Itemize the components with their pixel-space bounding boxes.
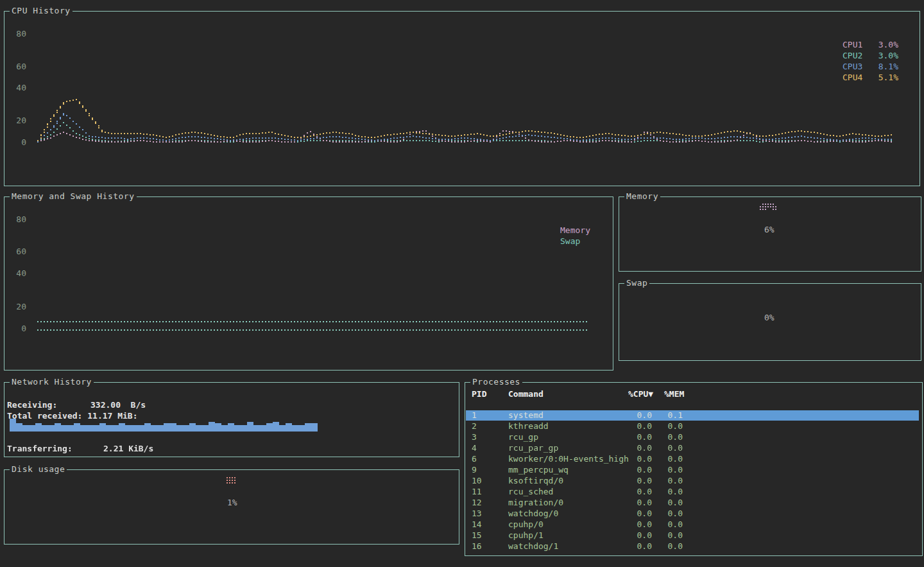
process-cell-cmd: kworker/0:0H-events_high [508,454,629,464]
process-cell-pid: 11 [472,487,482,497]
process-cell-cpu: 0.0 [613,541,652,552]
process-cell-pid: 10 [472,476,482,486]
column-header-command[interactable]: Command [508,389,543,399]
transferring-value: 2.21 KiB/s [103,444,153,453]
process-cell-cmd: rcu_par_gp [508,443,558,453]
process-cell-mem: 0.0 [652,487,683,497]
process-cell-cmd: mm_percpu_wq [508,465,569,475]
process-cell-pid: 9 [472,465,477,475]
process-cell-pid: 6 [472,454,477,464]
process-row[interactable]: 11rcu_sched0.00.0 [466,487,919,497]
transferring-label: Transferring: [7,444,73,453]
processes-panel: Processes PID Command %CPU▼ %MEM 1system… [465,382,923,556]
memory-gauge-panel: Memory 6% [619,196,921,272]
disk-usage-title: Disk usage [10,464,67,474]
column-header-cpu-sorted[interactable]: %CPU▼ [628,389,653,399]
process-cell-cpu: 0.0 [613,421,652,432]
process-row[interactable]: 13watchdog/00.00.0 [466,509,919,519]
process-cell-mem: 0.0 [652,476,683,486]
swap-gauge-panel: Swap 0% [619,283,921,361]
process-cell-cpu: 0.0 [613,487,652,497]
memswap-history-panel: Memory and Swap History 80 60 40 20 0 Me… [4,196,613,371]
process-cell-mem: 0.0 [652,530,683,541]
process-row[interactable]: 10ksoftirqd/00.00.0 [466,476,919,486]
process-cell-pid: 4 [472,443,477,453]
process-cell-mem: 0.0 [652,443,683,453]
process-cell-cmd: cpuhp/1 [508,530,543,541]
process-cell-cmd: kthreadd [508,421,549,432]
swap-gauge-title: Swap [624,278,649,288]
process-cell-cmd: rcu_sched [508,487,553,497]
memswap-history-chart [4,197,613,370]
process-cell-cmd: rcu_gp [508,432,538,442]
memory-gauge-title: Memory [624,191,660,201]
memory-gauge-value: 6% [764,225,774,234]
process-cell-pid: 3 [472,432,477,442]
process-cell-cpu: 0.0 [613,410,652,421]
process-cell-pid: 14 [472,519,482,530]
process-row[interactable]: 9mm_percpu_wq0.00.0 [466,465,919,475]
process-cell-cmd: watchdog/1 [508,541,558,552]
process-row[interactable]: 1systemd0.00.1 [466,410,919,421]
process-cell-cmd: cpuhp/0 [508,519,543,530]
swap-gauge-value: 0% [764,313,774,322]
disk-gauge-dots [227,477,238,486]
process-cell-mem: 0.0 [652,421,683,432]
system-monitor-screen: { "colors": { "background": "#272727", "… [0,0,924,567]
memory-gauge-dots [760,204,782,213]
process-cell-cpu: 0.0 [613,465,652,475]
process-cell-mem: 0.0 [652,541,683,552]
process-cell-mem: 0.0 [652,509,683,519]
process-cell-cmd: systemd [508,410,543,421]
process-cell-cpu: 0.0 [613,530,652,541]
process-cell-pid: 15 [472,530,482,541]
column-header-pid[interactable]: PID [472,389,486,399]
process-cell-mem: 0.1 [652,410,683,421]
process-cell-cmd: watchdog/0 [508,509,558,519]
process-cell-cpu: 0.0 [613,509,652,519]
process-cell-cmd: ksoftirqd/0 [508,476,563,486]
process-cell-pid: 12 [472,498,482,508]
process-cell-mem: 0.0 [652,454,683,464]
process-row[interactable]: 15cpuhp/10.00.0 [466,530,919,541]
network-history-panel: Network History Receiving: 332.00 B/s To… [4,382,459,457]
column-header-mem[interactable]: %MEM [664,389,684,399]
network-receive-chart [4,383,459,457]
process-cell-mem: 0.0 [652,432,683,442]
cpu-history-chart [4,12,920,186]
process-row[interactable]: 3rcu_gp0.00.0 [466,432,919,442]
process-cell-cpu: 0.0 [613,454,652,464]
process-row[interactable]: 6kworker/0:0H-events_high0.00.0 [466,454,919,464]
disk-usage-panel: Disk usage 1% [4,469,459,545]
process-cell-pid: 16 [472,541,482,552]
process-cell-cmd: migration/0 [508,498,563,508]
process-row[interactable]: 4rcu_par_gp0.00.0 [466,443,919,453]
process-cell-pid: 2 [472,421,477,432]
process-cell-pid: 1 [472,410,477,421]
process-cell-cpu: 0.0 [613,519,652,530]
process-row[interactable]: 14cpuhp/00.00.0 [466,519,919,530]
process-cell-cpu: 0.0 [613,443,652,453]
process-row[interactable]: 12migration/00.00.0 [466,498,919,508]
process-row[interactable]: 2kthreadd0.00.0 [466,421,919,432]
process-cell-mem: 0.0 [652,498,683,508]
process-cell-cpu: 0.0 [613,432,652,442]
process-cell-cpu: 0.0 [613,476,652,486]
processes-title: Processes [470,377,522,387]
process-row[interactable]: 16watchdog/10.00.0 [466,541,919,552]
process-cell-mem: 0.0 [652,465,683,475]
cpu-history-panel: CPU History 80 60 40 20 0 CPU1 3.0% CPU2… [4,11,920,186]
process-cell-mem: 0.0 [652,519,683,530]
process-cell-pid: 13 [472,509,482,519]
disk-usage-value: 1% [227,498,237,507]
process-cell-cpu: 0.0 [613,498,652,508]
